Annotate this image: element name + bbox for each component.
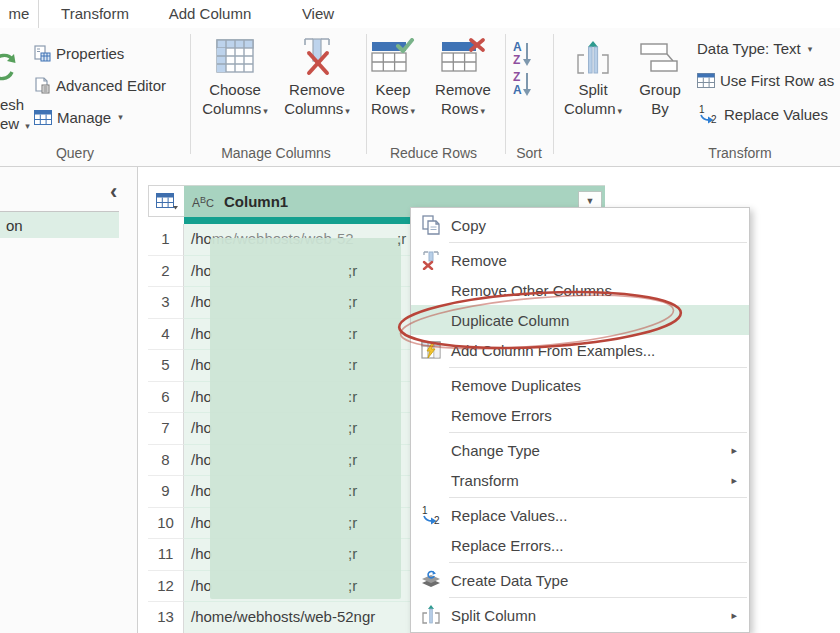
menu-separator [449,497,747,498]
create-data-type-icon [411,570,451,590]
dropdown-caret-icon: ▾ [345,106,350,116]
menu-separator [449,597,747,598]
advanced-editor-button[interactable]: Advanced Editor [34,75,166,95]
row-number[interactable]: 2 [148,256,184,288]
row-number[interactable]: 13 [148,602,184,633]
remove-columns-button[interactable]: Remove Columns▾ [278,34,356,121]
row-number[interactable]: 8 [148,445,184,477]
menu-item-change-type[interactable]: Change Type▸ [411,435,749,465]
cell-text: /ho [191,262,212,279]
svg-text:1: 1 [699,104,705,115]
tab-view[interactable]: View [288,0,348,27]
menu-item-remove[interactable]: Remove [411,245,749,275]
cell-text-suffix: ;r [348,445,357,475]
svg-text:2: 2 [434,515,440,525]
cell-text: /ho [191,545,212,562]
submenu-arrow-icon: ▸ [731,444,749,457]
cell-text-suffix: ;r [348,508,357,538]
menu-item-replace-errors[interactable]: Replace Errors... [411,530,749,560]
refresh-preview-button[interactable] [0,50,20,88]
queries-sidebar: ‹ on [0,167,138,633]
group-divider [505,34,506,154]
menu-item-transform[interactable]: Transform▸ [411,465,749,495]
cell-text: /ho [191,577,212,594]
row-number[interactable]: 5 [148,350,184,382]
menu-item-replace-values[interactable]: 12Replace Values... [411,500,749,530]
cell-text-suffix: ;r [397,224,406,254]
cell-text-suffix: ;r [348,571,357,601]
dropdown-caret-icon: ▾ [25,121,30,131]
cell-text: /ho [191,325,212,342]
keep-rows-button[interactable]: Keep Rows▾ [361,34,425,121]
manage-button[interactable]: Manage ▾ [34,107,123,127]
properties-button[interactable]: Properties [34,43,124,63]
row-number[interactable]: 6 [148,382,184,414]
menu-item-label: Duplicate Column [451,312,569,329]
dropdown-caret-icon: ▾ [480,106,485,116]
sort-ascending-button[interactable]: A Z [511,40,541,71]
dropdown-caret-icon: ▾ [410,106,415,116]
svg-text:Z: Z [513,53,520,67]
menu-item-split-column[interactable]: Split Column▸ [411,600,749,630]
sidebar-query-item[interactable]: on [0,211,119,238]
row-number[interactable]: 4 [148,319,184,351]
use-first-row-icon [697,73,715,88]
group-by-button[interactable]: Group By [621,34,699,118]
menu-item-label: Copy [451,217,486,234]
group-label-reduce-rows: Reduce Rows [371,145,496,161]
power-query-editor-window: me Transform Add Column View esh ew ▾ [0,0,840,633]
group-divider [190,34,191,154]
menu-item-label: Replace Errors... [451,537,564,554]
submenu-arrow-icon: ▸ [731,609,749,622]
sidebar-collapse-button[interactable]: ‹ [110,181,117,203]
sort-descending-button[interactable]: Z A [511,70,541,101]
row-number[interactable]: 3 [148,287,184,319]
select-all-corner-button[interactable] [148,185,184,217]
replace-values-button[interactable]: 1 2 Replace Values [697,104,828,124]
tab-home[interactable]: me [0,0,39,28]
menu-item-label: Remove [451,252,507,269]
menu-separator [449,367,747,368]
remove-rows-button[interactable]: Remove Rows▾ [427,34,499,121]
cell-text: /ho [191,419,212,436]
use-first-row-button[interactable]: Use First Row as [697,72,834,89]
cell-text: /ho [191,514,212,531]
menu-item-copy[interactable]: Copy [411,210,749,240]
svg-text:Z: Z [513,70,520,84]
tab-transform[interactable]: Transform [50,0,140,27]
menu-item-duplicate-column[interactable]: Duplicate Column [411,305,749,335]
table-corner-icon [156,193,178,210]
menu-item-remove-errors[interactable]: Remove Errors [411,400,749,430]
remove-rows-icon [440,38,486,76]
menu-item-label: Change Type [451,442,540,459]
row-number[interactable]: 11 [148,539,184,571]
menu-item-create-data-type[interactable]: Create Data Type [411,565,749,595]
split-column-icon [571,35,615,79]
sort-az-icon: A Z [511,40,541,67]
cell-text: /home/webhosts/web-52ngr [191,608,375,625]
menu-separator [449,242,747,243]
row-number[interactable]: 1 [148,224,184,256]
row-number[interactable]: 7 [148,413,184,445]
cell-text-suffix: ;r [348,287,357,317]
choose-columns-button[interactable]: Choose Columns▾ [196,34,274,121]
row-number[interactable]: 9 [148,476,184,508]
cell-text: /ho [191,388,212,405]
menu-item-remove-other-columns[interactable]: Remove Other Columns [411,275,749,305]
menu-item-label: Add Column From Examples... [451,342,655,359]
submenu-arrow-icon: ▸ [731,474,749,487]
tab-add-column[interactable]: Add Column [160,0,260,27]
menu-item-add-column-from-examples[interactable]: Add Column From Examples... [411,335,749,365]
group-by-icon [637,37,683,77]
cell-text-suffix: ;r [348,539,357,569]
menu-item-remove-duplicates[interactable]: Remove Duplicates [411,370,749,400]
manage-icon [34,110,52,125]
split-column-small-icon [411,604,451,626]
text-type-icon: ABC [192,193,214,211]
data-type-dropdown[interactable]: Data Type: Text ▾ [697,40,812,57]
row-number[interactable]: 12 [148,571,184,603]
menu-item-label: Remove Other Columns [451,282,612,299]
keep-rows-icon [370,38,416,76]
row-number[interactable]: 10 [148,508,184,540]
replace-values-icon: 1 2 [697,104,719,124]
